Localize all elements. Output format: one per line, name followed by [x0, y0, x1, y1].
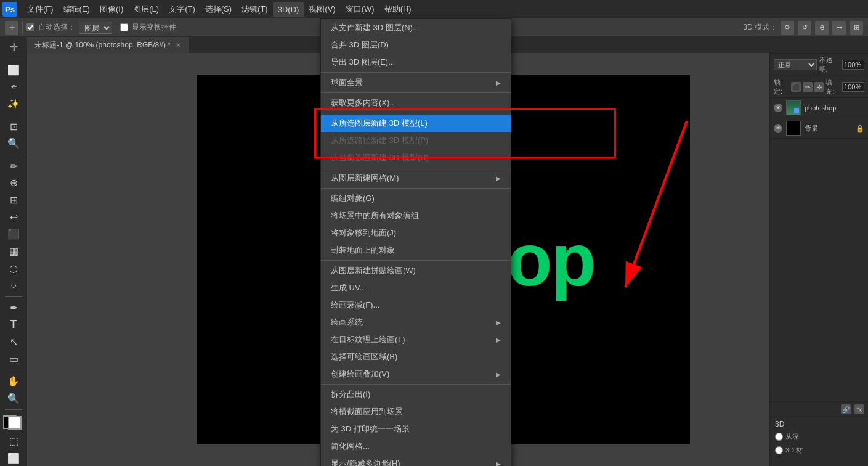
move-tool-icon[interactable]: ✛ [5, 21, 18, 35]
blur-tool[interactable]: ◌ [3, 260, 24, 276]
fill-input[interactable] [842, 82, 864, 92]
screen-mode-tool[interactable]: ⬜ [3, 450, 24, 466]
lasso-tool[interactable]: ⌖ [3, 79, 24, 95]
dd-paint-system[interactable]: 绘画系统 ▶ [321, 314, 511, 331]
layer-name-background: 背景 [805, 124, 818, 133]
eraser-tool[interactable]: ⬛ [3, 226, 24, 242]
radio-3d-mat[interactable]: 3D 材 [770, 444, 868, 456]
dd-sep-2 [321, 92, 511, 93]
dd-new-mesh-from-layer[interactable]: 从图层新建网格(M) ▶ [321, 170, 511, 187]
dd-merge-3d[interactable]: 合并 3D 图层(D) [321, 36, 511, 54]
history-brush-tool[interactable]: ↩ [3, 209, 24, 225]
dd-create-painting-overlay[interactable]: 创建绘画叠加(V) ▶ [321, 366, 511, 383]
dd-group-all[interactable]: 将场景中的所有对象编组 [321, 207, 511, 224]
blend-mode-row: 正常 不透明: [770, 54, 868, 76]
dd-new-3d-from-file[interactable]: 从文件新建 3D 图层(N)... [321, 19, 511, 36]
layer-eye-background[interactable]: 👁 [774, 124, 782, 133]
layer-item-photoshop[interactable]: 👁 photoshop [770, 98, 868, 118]
dd-3d-print[interactable]: 为 3D 打印统一一场景 [321, 420, 511, 438]
dd-select-paintable[interactable]: 选择可绘画区域(B) [321, 348, 511, 366]
3d-scale-icon[interactable]: ⊞ [850, 21, 863, 35]
layer-thumb-background [786, 121, 801, 136]
menu-filter[interactable]: 滤镜(T) [237, 1, 273, 17]
show-transform-label: 显示变换控件 [132, 22, 176, 33]
brush-tool[interactable]: ✏ [3, 158, 24, 174]
radio-from-deep[interactable]: 从深 [770, 431, 868, 443]
dd-new-3d-from-selection: 从当前选区新建 3D 模型(U) [321, 149, 511, 166]
dd-new-tiling[interactable]: 从图层新建拼贴绘画(W) [321, 262, 511, 279]
menu-3d[interactable]: 3D(D) [273, 2, 304, 17]
tool-panel: ✛ ⬜ ⌖ ✨ ⊡ 🔍 ✏ ⊕ ⊞ ↩ ⬛ ▦ ◌ ○ ✒ T ↖ ▭ ✋ 🔍 … [0, 37, 27, 466]
lock-transparent-icon[interactable]: ⬛ [791, 82, 801, 92]
menu-view[interactable]: 视图(V) [304, 1, 340, 17]
3d-orbit-icon[interactable]: ⟳ [781, 21, 794, 35]
magic-wand-tool[interactable]: ✨ [3, 96, 24, 112]
menu-image[interactable]: 图像(I) [95, 1, 128, 17]
background-color[interactable] [8, 416, 22, 430]
dd-cover-ground[interactable]: 封装地面上的对象 [321, 242, 511, 259]
quick-mask-tool[interactable]: ⬚ [3, 433, 24, 449]
dd-sep-6 [321, 260, 511, 261]
marquee-tool[interactable]: ⬜ [3, 62, 24, 78]
dd-paint-on-texture[interactable]: 在目标纹理上绘画(T) ▶ [321, 331, 511, 348]
panel-3d-section-label: 3D [770, 417, 868, 431]
zoom-tool[interactable]: 🔍 [3, 391, 24, 407]
lock-position-icon[interactable]: ✛ [814, 82, 824, 92]
opacity-input[interactable] [842, 60, 864, 70]
dd-paint-falloff[interactable]: 绘画衰减(F)... [321, 296, 511, 314]
3d-pan-icon[interactable]: ⊕ [815, 21, 829, 35]
lock-label: 锁定: [774, 78, 789, 96]
dd-group-objects[interactable]: 编组对象(G) [321, 190, 511, 207]
dd-move-to-ground[interactable]: 将对象移到地面(J) [321, 224, 511, 242]
dd-split-extrusion[interactable]: 拆分凸出(I) [321, 386, 511, 403]
path-selection-tool[interactable]: ↖ [3, 334, 24, 350]
tool-divider-2 [5, 115, 22, 115]
tab-title: 未标题-1 @ 100% (photoshop, RGB/8#) * [34, 40, 171, 51]
text-tool[interactable]: T [3, 317, 24, 333]
menu-select[interactable]: 选择(S) [200, 1, 237, 17]
dd-sep-7 [321, 384, 511, 385]
opacity-label: 不透明: [819, 55, 842, 74]
pen-tool[interactable]: ✒ [3, 300, 24, 316]
crop-tool[interactable]: ⊡ [3, 118, 24, 134]
menu-file[interactable]: 文件(F) [22, 1, 59, 17]
show-transform-checkbox[interactable] [120, 23, 128, 31]
auto-select-label: 自动选择： [38, 22, 75, 33]
3d-roll-icon[interactable]: ↺ [798, 21, 811, 35]
eyedropper-tool[interactable]: 🔍 [3, 136, 24, 152]
3d-slide-icon[interactable]: ⇥ [832, 21, 846, 35]
heal-tool[interactable]: ⊕ [3, 175, 24, 191]
shape-tool[interactable]: ▭ [3, 351, 24, 367]
fill-label: 填充: [825, 78, 841, 96]
document-tab[interactable]: 未标题-1 @ 100% (photoshop, RGB/8#) * ✕ [27, 37, 189, 53]
move-tool[interactable]: ✛ [3, 39, 24, 55]
dd-simplify-mesh[interactable]: 简化网格... [321, 438, 511, 455]
layer-style-icon[interactable]: fx [854, 404, 864, 414]
tab-close-button[interactable]: ✕ [176, 41, 181, 49]
menu-layer[interactable]: 图层(L) [128, 1, 164, 17]
menu-help[interactable]: 帮助(H) [379, 1, 416, 17]
dd-apply-crosssection[interactable]: 将横截面应用到场景 [321, 403, 511, 420]
dd-spherical-panorama[interactable]: 球面全景 ▶ [321, 74, 511, 91]
menu-edit[interactable]: 编辑(E) [59, 1, 95, 17]
link-layers-icon[interactable]: 🔗 [841, 404, 851, 414]
dd-show-hide-polygon[interactable]: 显示/隐藏多边形(H) ▶ [321, 455, 511, 466]
auto-select-checkbox[interactable] [26, 23, 34, 31]
dodge-tool[interactable]: ○ [3, 277, 24, 293]
dd-generate-uv[interactable]: 生成 UV... [321, 279, 511, 296]
dd-new-3d-from-layer[interactable]: 从所选图层新建 3D 模型(L) [321, 115, 511, 132]
lock-paint-icon[interactable]: ✏ [803, 82, 813, 92]
dd-get-more[interactable]: 获取更多内容(X)... [321, 94, 511, 112]
stamp-tool[interactable]: ⊞ [3, 192, 24, 208]
dd-export-3d[interactable]: 导出 3D 图层(E)... [321, 54, 511, 71]
layer-eye-photoshop[interactable]: 👁 [774, 104, 782, 112]
tool-divider-3 [5, 155, 22, 155]
lock-row: 锁定: ⬛ ✏ ✛ 填充: [770, 76, 868, 98]
menu-window[interactable]: 窗口(W) [341, 1, 379, 17]
auto-select-dropdown[interactable]: 图层 [79, 22, 112, 34]
hand-tool[interactable]: ✋ [3, 374, 24, 390]
layer-item-background[interactable]: 👁 背景 🔒 [770, 118, 868, 139]
menu-text[interactable]: 文字(T) [164, 1, 200, 17]
gradient-tool[interactable]: ▦ [3, 243, 24, 260]
blend-mode-select[interactable]: 正常 [774, 59, 817, 70]
